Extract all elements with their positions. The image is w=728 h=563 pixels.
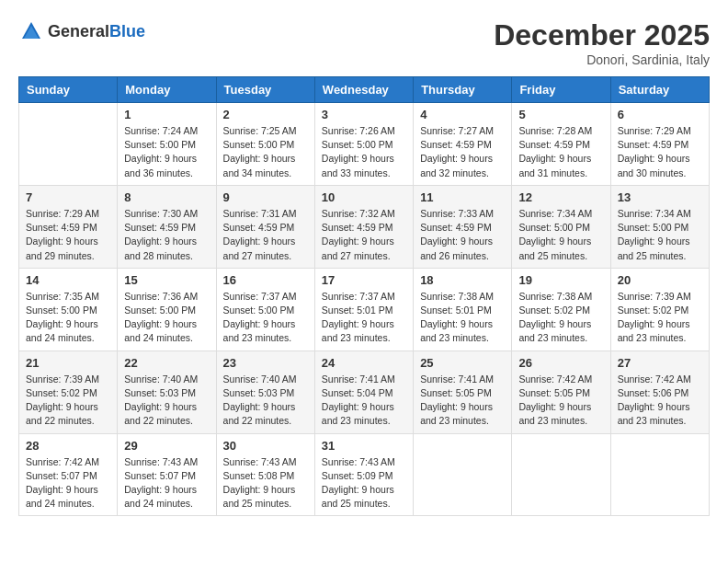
day-info: Sunrise: 7:40 AM Sunset: 5:03 PM Dayligh… — [223, 373, 308, 429]
day-info: Sunrise: 7:42 AM Sunset: 5:06 PM Dayligh… — [618, 373, 702, 429]
day-number: 30 — [223, 439, 308, 453]
logo-general: General — [48, 22, 109, 40]
day-cell: 1Sunrise: 7:24 AM Sunset: 5:00 PM Daylig… — [118, 103, 216, 186]
day-cell: 8Sunrise: 7:30 AM Sunset: 4:59 PM Daylig… — [118, 185, 216, 268]
week-row-2: 7Sunrise: 7:29 AM Sunset: 4:59 PM Daylig… — [19, 185, 710, 268]
day-cell: 17Sunrise: 7:37 AM Sunset: 5:01 PM Dayli… — [314, 268, 413, 350]
day-info: Sunrise: 7:43 AM Sunset: 5:09 PM Dayligh… — [322, 455, 406, 511]
day-info: Sunrise: 7:42 AM Sunset: 5:05 PM Dayligh… — [518, 373, 603, 429]
day-cell: 4Sunrise: 7:27 AM Sunset: 4:59 PM Daylig… — [414, 103, 512, 186]
day-info: Sunrise: 7:34 AM Sunset: 5:00 PM Dayligh… — [518, 207, 603, 263]
day-number: 22 — [124, 356, 209, 370]
day-info: Sunrise: 7:39 AM Sunset: 5:02 PM Dayligh… — [26, 373, 110, 429]
day-cell: 27Sunrise: 7:42 AM Sunset: 5:06 PM Dayli… — [610, 350, 709, 433]
day-number: 19 — [518, 273, 603, 287]
day-info: Sunrise: 7:28 AM Sunset: 4:59 PM Dayligh… — [518, 124, 603, 180]
day-cell: 28Sunrise: 7:42 AM Sunset: 5:07 PM Dayli… — [19, 433, 118, 516]
day-info: Sunrise: 7:35 AM Sunset: 5:00 PM Dayligh… — [26, 290, 110, 346]
day-number: 10 — [322, 190, 406, 204]
day-cell: 14Sunrise: 7:35 AM Sunset: 5:00 PM Dayli… — [19, 268, 118, 350]
day-cell: 10Sunrise: 7:32 AM Sunset: 4:59 PM Dayli… — [314, 185, 413, 268]
weekday-tuesday: Tuesday — [216, 77, 314, 103]
day-cell: 15Sunrise: 7:36 AM Sunset: 5:00 PM Dayli… — [118, 268, 216, 350]
day-cell: 19Sunrise: 7:38 AM Sunset: 5:02 PM Dayli… — [512, 268, 610, 350]
day-number: 31 — [322, 439, 406, 453]
day-info: Sunrise: 7:25 AM Sunset: 5:00 PM Dayligh… — [223, 124, 308, 180]
day-cell: 7Sunrise: 7:29 AM Sunset: 4:59 PM Daylig… — [19, 185, 118, 268]
day-cell — [610, 433, 709, 516]
day-cell: 12Sunrise: 7:34 AM Sunset: 5:00 PM Dayli… — [512, 185, 610, 268]
day-number: 15 — [124, 273, 209, 287]
day-number: 23 — [223, 356, 308, 370]
day-info: Sunrise: 7:33 AM Sunset: 4:59 PM Dayligh… — [420, 207, 505, 263]
day-number: 5 — [518, 108, 603, 121]
weekday-header-row: SundayMondayTuesdayWednesdayThursdayFrid… — [19, 77, 710, 103]
day-number: 29 — [124, 439, 209, 453]
day-info: Sunrise: 7:40 AM Sunset: 5:03 PM Dayligh… — [124, 373, 209, 429]
day-number: 3 — [322, 108, 406, 121]
day-cell: 29Sunrise: 7:43 AM Sunset: 5:07 PM Dayli… — [118, 433, 216, 516]
day-info: Sunrise: 7:31 AM Sunset: 4:59 PM Dayligh… — [223, 207, 308, 263]
week-row-5: 28Sunrise: 7:42 AM Sunset: 5:07 PM Dayli… — [19, 433, 710, 516]
day-cell: 5Sunrise: 7:28 AM Sunset: 4:59 PM Daylig… — [512, 103, 610, 186]
calendar: SundayMondayTuesdayWednesdayThursdayFrid… — [18, 76, 710, 516]
day-cell: 22Sunrise: 7:40 AM Sunset: 5:03 PM Dayli… — [118, 350, 216, 433]
day-cell: 23Sunrise: 7:40 AM Sunset: 5:03 PM Dayli… — [216, 350, 314, 433]
weekday-friday: Friday — [512, 77, 610, 103]
logo-icon — [18, 18, 44, 44]
day-number: 7 — [26, 190, 110, 204]
weekday-wednesday: Wednesday — [314, 77, 413, 103]
day-cell: 3Sunrise: 7:26 AM Sunset: 5:00 PM Daylig… — [314, 103, 413, 186]
logo: GeneralBlue — [18, 18, 145, 44]
month-title: December 2025 — [494, 18, 710, 52]
day-number: 16 — [223, 273, 308, 287]
day-cell: 21Sunrise: 7:39 AM Sunset: 5:02 PM Dayli… — [19, 350, 118, 433]
day-number: 28 — [26, 439, 110, 453]
weekday-monday: Monday — [118, 77, 216, 103]
week-row-4: 21Sunrise: 7:39 AM Sunset: 5:02 PM Dayli… — [19, 350, 710, 433]
title-block: December 2025 Donori, Sardinia, Italy — [494, 18, 710, 67]
day-cell: 26Sunrise: 7:42 AM Sunset: 5:05 PM Dayli… — [512, 350, 610, 433]
logo-blue: Blue — [109, 22, 145, 40]
day-info: Sunrise: 7:39 AM Sunset: 5:02 PM Dayligh… — [618, 290, 702, 346]
day-number: 18 — [420, 273, 505, 287]
day-info: Sunrise: 7:41 AM Sunset: 5:04 PM Dayligh… — [322, 373, 406, 429]
day-number: 11 — [420, 190, 505, 204]
location: Donori, Sardinia, Italy — [494, 52, 710, 67]
day-info: Sunrise: 7:32 AM Sunset: 4:59 PM Dayligh… — [322, 207, 406, 263]
week-row-1: 1Sunrise: 7:24 AM Sunset: 5:00 PM Daylig… — [19, 103, 710, 186]
day-cell: 24Sunrise: 7:41 AM Sunset: 5:04 PM Dayli… — [314, 350, 413, 433]
day-number: 4 — [420, 108, 505, 121]
day-info: Sunrise: 7:30 AM Sunset: 4:59 PM Dayligh… — [124, 207, 209, 263]
day-info: Sunrise: 7:38 AM Sunset: 5:02 PM Dayligh… — [518, 290, 603, 346]
day-cell: 18Sunrise: 7:38 AM Sunset: 5:01 PM Dayli… — [414, 268, 512, 350]
day-info: Sunrise: 7:26 AM Sunset: 5:00 PM Dayligh… — [322, 124, 406, 180]
day-info: Sunrise: 7:41 AM Sunset: 5:05 PM Dayligh… — [420, 373, 505, 429]
day-info: Sunrise: 7:29 AM Sunset: 4:59 PM Dayligh… — [26, 207, 110, 263]
day-cell: 30Sunrise: 7:43 AM Sunset: 5:08 PM Dayli… — [216, 433, 314, 516]
day-number: 21 — [26, 356, 110, 370]
day-info: Sunrise: 7:42 AM Sunset: 5:07 PM Dayligh… — [26, 455, 110, 511]
weekday-thursday: Thursday — [414, 77, 512, 103]
weekday-saturday: Saturday — [610, 77, 709, 103]
page-header: GeneralBlue December 2025 Donori, Sardin… — [18, 18, 710, 67]
day-cell: 25Sunrise: 7:41 AM Sunset: 5:05 PM Dayli… — [414, 350, 512, 433]
day-info: Sunrise: 7:43 AM Sunset: 5:07 PM Dayligh… — [124, 455, 209, 511]
day-info: Sunrise: 7:24 AM Sunset: 5:00 PM Dayligh… — [124, 124, 209, 180]
day-info: Sunrise: 7:37 AM Sunset: 5:01 PM Dayligh… — [322, 290, 406, 346]
day-number: 1 — [124, 108, 209, 121]
day-info: Sunrise: 7:37 AM Sunset: 5:00 PM Dayligh… — [223, 290, 308, 346]
day-info: Sunrise: 7:34 AM Sunset: 5:00 PM Dayligh… — [618, 207, 702, 263]
day-number: 25 — [420, 356, 505, 370]
day-cell: 16Sunrise: 7:37 AM Sunset: 5:00 PM Dayli… — [216, 268, 314, 350]
day-number: 20 — [618, 273, 702, 287]
day-cell: 20Sunrise: 7:39 AM Sunset: 5:02 PM Dayli… — [610, 268, 709, 350]
day-cell: 9Sunrise: 7:31 AM Sunset: 4:59 PM Daylig… — [216, 185, 314, 268]
weekday-sunday: Sunday — [19, 77, 118, 103]
day-info: Sunrise: 7:36 AM Sunset: 5:00 PM Dayligh… — [124, 290, 209, 346]
day-number: 9 — [223, 190, 308, 204]
day-info: Sunrise: 7:29 AM Sunset: 4:59 PM Dayligh… — [618, 124, 702, 180]
day-cell — [512, 433, 610, 516]
day-number: 14 — [26, 273, 110, 287]
day-number: 12 — [518, 190, 603, 204]
